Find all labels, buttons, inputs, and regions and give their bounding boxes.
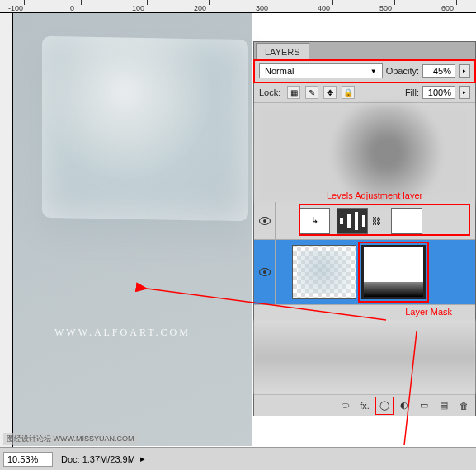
lock-fill-row: Lock: ▦ ✎ ✥ 🔒 Fill: 100% ▸ <box>254 82 475 103</box>
opacity-label: Opacity: <box>386 66 419 76</box>
opacity-stepper[interactable]: ▸ <box>459 64 470 78</box>
annotation-mask-label: Layer Mask <box>254 305 475 320</box>
opacity-input[interactable]: 45% <box>422 64 455 78</box>
fill-input[interactable]: 100% <box>422 86 455 99</box>
layer-row-blurred[interactable] <box>254 103 475 202</box>
layer-fx-icon[interactable]: fx. <box>358 399 371 412</box>
zoom-field[interactable]: 10.53% <box>3 452 53 467</box>
source-watermark: 图经设计论坛 WWW.MISSYUAN.COM <box>3 433 138 445</box>
visibility-toggle[interactable] <box>254 202 276 239</box>
ruler-tick: 300 <box>256 4 268 12</box>
lock-all-icon[interactable]: 🔒 <box>342 86 355 99</box>
document-canvas[interactable]: WWW.ALFOART.COM <box>13 13 252 446</box>
ruler-vertical <box>0 13 13 470</box>
layer-row-levels-adjustment[interactable]: ↳ ⛓ Levels Adjustment layer <box>254 202 475 240</box>
layer-row-blurred[interactable] <box>254 320 475 394</box>
blend-mode-select[interactable]: Normal ▼ <box>259 63 383 78</box>
adjustment-layer-icon[interactable]: ◐ <box>398 399 411 412</box>
ruler-horizontal: -100 0 100 200 300 400 500 600 <box>0 0 476 13</box>
ruler-tick: 500 <box>379 4 392 12</box>
lock-position-icon[interactable]: ✥ <box>323 86 337 99</box>
document-size: Doc: 1.37M/23.9M <box>61 454 135 464</box>
annotation-levels-label: Levels Adjustment layer <box>327 190 422 200</box>
blend-mode-value: Normal <box>265 66 294 76</box>
link-layers-icon[interactable]: ⬭ <box>338 399 351 412</box>
layer-row-selected[interactable] <box>254 240 475 305</box>
lock-label: Lock: <box>259 87 280 97</box>
annotation-highlight-box <box>299 204 470 236</box>
blend-opacity-row: Normal ▼ Opacity: 45% ▸ <box>254 60 475 82</box>
ice-cube-artwork <box>42 36 248 221</box>
layer-mask-thumbnail-selected[interactable] <box>361 245 426 299</box>
ruler-tick: 0 <box>70 4 74 12</box>
status-bar: 10.53% Doc: 1.37M/23.9M ▸ <box>0 447 476 470</box>
layer-thumbnail[interactable] <box>292 245 356 299</box>
visibility-toggle[interactable] <box>254 240 276 304</box>
eye-icon <box>259 217 271 225</box>
eye-icon <box>259 268 271 276</box>
new-layer-icon[interactable]: ▤ <box>437 399 450 412</box>
status-flyout-icon[interactable]: ▸ <box>140 454 145 464</box>
ruler-tick: 600 <box>441 4 454 12</box>
tab-layers[interactable]: LAYERS <box>256 43 309 60</box>
fill-stepper[interactable]: ▸ <box>459 86 470 99</box>
lock-transparent-icon[interactable]: ▦ <box>287 86 300 99</box>
add-mask-icon[interactable]: ◯ <box>378 399 391 412</box>
ruler-tick: 200 <box>194 4 206 12</box>
dropdown-arrow-icon: ▼ <box>370 68 377 75</box>
watermark-text: WWW.ALFOART.COM <box>54 327 191 339</box>
panel-tab-strip: LAYERS <box>254 42 475 60</box>
ruler-tick: -100 <box>8 4 23 12</box>
delete-layer-icon[interactable]: 🗑 <box>457 399 470 412</box>
new-group-icon[interactable]: ▭ <box>417 399 431 412</box>
ruler-tick: 400 <box>318 4 330 12</box>
layers-panel-footer: ⬭ fx. ◯ ◐ ▭ ▤ 🗑 <box>254 394 475 416</box>
fill-label: Fill: <box>405 87 419 97</box>
ruler-tick: 100 <box>132 4 144 12</box>
layers-list: ↳ ⛓ Levels Adjustment layer Layer Mask <box>254 103 475 394</box>
layers-panel: LAYERS Normal ▼ Opacity: 45% ▸ Lock: ▦ ✎… <box>253 41 476 416</box>
lock-pixels-icon[interactable]: ✎ <box>305 86 318 99</box>
